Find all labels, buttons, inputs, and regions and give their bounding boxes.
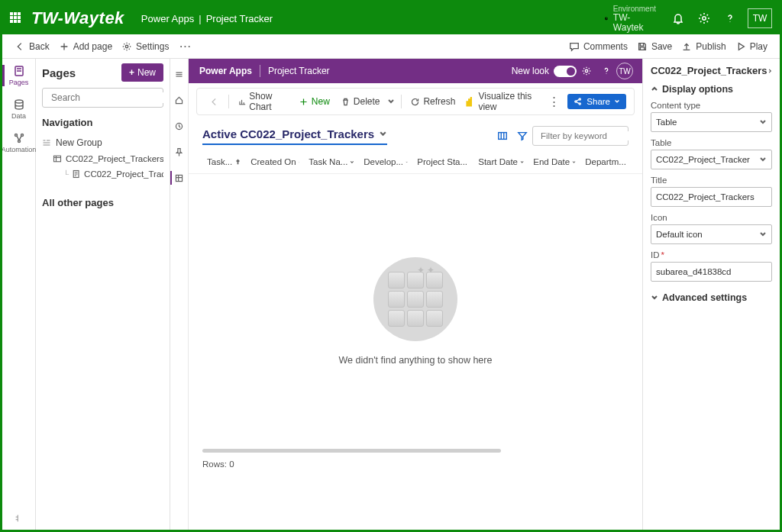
toolbar-more-icon[interactable]: ⋮ [544,98,564,105]
inner-help-icon[interactable] [596,59,616,83]
inner-app-name: Power Apps [199,66,252,76]
play-button[interactable]: Play [731,38,772,55]
rail-data[interactable]: Data [2,92,36,126]
search-input[interactable] [51,92,166,103]
pages-title: Pages [42,66,76,79]
svg-point-10 [585,69,588,73]
grid-header: Task... Created On Task Na... Develop...… [189,150,642,174]
col-taskname[interactable]: Task Na... [304,155,359,169]
delete-chevron-icon[interactable] [386,98,396,105]
sitemap-home-icon[interactable] [170,91,189,109]
rail-snap-icon[interactable] [2,507,36,530]
title-label: Title [651,176,772,185]
id-label: ID* [651,250,772,260]
filter-keyword-box[interactable] [532,126,629,146]
nav-item-trackers-form[interactable]: └ CC022_Project_Trackers fo... [42,166,163,182]
nav-header: Navigation [42,117,163,128]
other-pages-header[interactable]: All other pages [42,197,163,208]
svg-rect-12 [176,175,182,181]
empty-state: ✦ ✦ We didn't find anything to show here [189,174,642,449]
comments-button[interactable]: Comments [564,38,632,55]
icon-label: Icon [651,213,772,222]
powerbi-icon [466,97,472,107]
col-task[interactable]: Task... [202,155,246,169]
col-dept[interactable]: Departm... [580,155,631,169]
crumb-project[interactable]: Project Tracker [206,13,273,24]
help-icon[interactable] [717,2,743,34]
app-launcher-icon[interactable] [10,12,22,24]
delete-button[interactable]: Delete [336,93,385,110]
empty-grid-icon [388,272,443,327]
table-select[interactable]: CC022_Project_Tracker [651,150,772,169]
table-label: Table [651,138,772,147]
new-page-button[interactable]: +New [121,63,163,82]
back-button[interactable]: Back [10,38,54,55]
breadcrumb: Power Apps|Project Tracker [141,13,273,24]
rail-automation[interactable]: Automation [2,126,36,160]
nav-item-trackers-view[interactable]: CC022_Project_Trackers v... [42,151,163,166]
rows-count: Rows: 0 [189,453,642,475]
settings-button[interactable]: Settings [117,38,173,55]
publish-button[interactable]: Publish [677,38,730,55]
sitemap-hamburger-icon[interactable] [170,65,189,83]
more-icon[interactable]: ··· [173,41,198,52]
add-page-button[interactable]: Add page [54,38,117,55]
advanced-settings-section[interactable]: Advanced settings [651,292,772,303]
content-type-label: Content type [651,101,772,110]
rp-title: CC022_Project_Trackers [651,65,767,76]
toolbar-back-icon[interactable] [205,94,224,110]
user-badge[interactable]: TW [748,8,772,28]
title-input[interactable]: CC022_Project_Trackers [651,187,772,207]
refresh-button[interactable]: Refresh [406,93,460,110]
new-look-toggle[interactable]: New look [512,66,577,77]
display-options-section[interactable]: Display options [651,84,772,95]
id-input[interactable]: subarea_d41838cd [651,262,772,282]
svg-point-0 [703,17,706,20]
empty-message: We didn't find anything to show here [339,355,493,366]
inner-user-avatar[interactable]: TW [616,63,633,79]
col-status[interactable]: Project Sta... [412,155,473,169]
pages-search[interactable] [42,88,163,108]
sitemap-pinned-icon[interactable] [170,143,189,161]
show-chart-button[interactable]: Show Chart [234,88,292,115]
notifications-icon[interactable] [665,2,691,34]
chevron-right-icon[interactable] [767,66,773,76]
visualize-button[interactable]: Visualize this view [461,88,542,115]
nav-group[interactable]: New Group [42,134,163,151]
rail-pages[interactable]: Pages [2,59,36,92]
environment-picker[interactable]: EnvironmentTW-Waytek [604,5,656,33]
col-developer[interactable]: Develop... [359,155,412,169]
col-created[interactable]: Created On [246,155,304,169]
icon-select[interactable]: Default icon [651,224,772,244]
new-record-button[interactable]: New [294,93,334,110]
crumb-app[interactable]: Power Apps [141,13,194,24]
svg-rect-8 [54,156,61,162]
view-name[interactable]: Active CC022_Project_Trackers [202,127,387,145]
col-end[interactable]: End Date [528,155,580,169]
svg-point-1 [125,45,128,48]
sitemap-entity-icon[interactable] [170,169,189,187]
sitemap-recent-icon[interactable] [170,117,189,135]
edit-columns-icon[interactable] [493,126,512,146]
settings-gear-icon[interactable] [691,2,717,34]
share-button[interactable]: Share [567,94,626,109]
content-type-select[interactable]: Table [651,112,772,132]
save-button[interactable]: Save [632,38,677,55]
filter-icon[interactable] [512,126,532,146]
svg-point-3 [15,100,23,103]
inner-settings-icon[interactable] [577,59,596,83]
filter-input[interactable] [541,131,653,140]
brand-logo: TW-Waytek [31,8,124,28]
inner-app-sub: Project Tracker [268,66,330,76]
svg-rect-16 [499,133,507,140]
col-start[interactable]: Start Date [473,155,528,169]
